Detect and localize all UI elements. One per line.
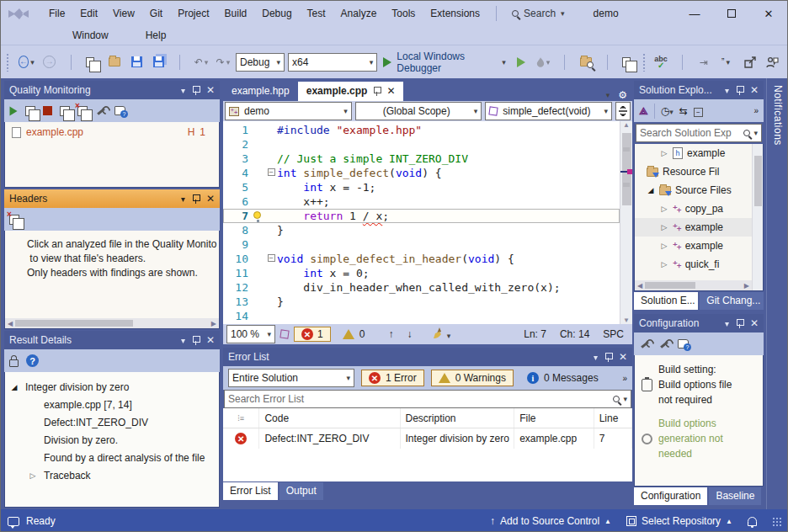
code-line[interactable]: 7 return 1 / x; <box>223 209 620 223</box>
code-line[interactable]: 5 int x = -1; <box>223 180 620 194</box>
warnings-filter-button[interactable]: 0 Warnings <box>431 370 514 386</box>
code-line[interactable]: 6 x++; <box>223 194 620 209</box>
code-line[interactable]: 4−int simple_defect(void) { <box>223 166 620 180</box>
maximize-button[interactable] <box>713 2 750 25</box>
file-column-header[interactable]: File <box>514 408 594 428</box>
member-combo[interactable]: simple_defect(void)▾ <box>485 102 612 120</box>
tree-item-example[interactable]: ▷ ⁺₊ example <box>635 237 763 255</box>
headers-titlebar[interactable]: Headers ▾ ✕ <box>4 189 220 208</box>
code-line[interactable]: 11 int x = 0; <box>223 266 620 280</box>
menu-window[interactable]: Window <box>65 27 116 44</box>
run-analysis-button[interactable] <box>10 106 18 115</box>
error-row[interactable]: ✕ Defect:INT_ZERO_DIV Integer division b… <box>223 428 632 449</box>
next-issue-button[interactable]: ↓ <box>407 328 412 340</box>
severity-column-header[interactable]: ⁞≡ <box>223 408 259 428</box>
sync-with-active-document-button[interactable]: ⇆ <box>679 105 688 117</box>
share-button[interactable] <box>742 52 760 72</box>
menu-debug[interactable]: Debug <box>254 5 299 22</box>
column-indicator[interactable]: Ch: 14 <box>560 328 589 340</box>
start-without-debugging-button[interactable] <box>512 52 530 72</box>
code-line[interactable]: 3// Just a simple INT_ZERO_DIV <box>223 152 620 166</box>
toolbar-overflow-icon[interactable]: » <box>753 106 759 115</box>
pin-icon[interactable] <box>192 194 200 204</box>
tab-notifications[interactable]: Notifications <box>767 78 788 152</box>
settings-button[interactable] <box>95 105 107 117</box>
window-position-menu-icon[interactable]: ▾ <box>181 86 185 95</box>
open-file-button[interactable] <box>105 52 124 72</box>
tree-item-example-header[interactable]: ▷ h example <box>635 144 763 162</box>
space-mode-indicator[interactable]: SPC <box>603 328 624 340</box>
lightbulb-icon[interactable] <box>253 211 261 219</box>
feedback-bubble-icon[interactable] <box>8 517 19 526</box>
tree-item-quick-fix[interactable]: ▷ ⁺₊ quick_fi <box>635 255 763 274</box>
close-icon[interactable]: ✕ <box>386 85 395 97</box>
description-column-header[interactable]: Description <box>401 408 515 428</box>
close-icon[interactable]: ✕ <box>750 317 759 329</box>
error-list-titlebar[interactable]: Error List ▾ ✕ <box>223 348 632 366</box>
code-editor[interactable]: 1#include "example.hpp"23// Just a simpl… <box>223 121 632 324</box>
tab-error-list[interactable]: Error List <box>223 482 278 500</box>
help-book-button[interactable] <box>114 106 125 115</box>
close-icon[interactable]: ✕ <box>206 84 215 96</box>
result-detail-line[interactable]: Defect:INT_ZERO_DIV <box>10 414 214 432</box>
code-line[interactable]: 13} <box>223 295 620 309</box>
bell-icon[interactable] <box>748 517 757 526</box>
split-editor-button[interactable] <box>615 102 631 120</box>
clear-results-button[interactable] <box>77 106 88 116</box>
close-button[interactable]: ✕ <box>750 2 787 25</box>
editor-tab-example-hpp[interactable]: example.hpp <box>223 82 298 101</box>
menu-test[interactable]: Test <box>300 5 333 22</box>
result-detail-line[interactable]: Division by zero. <box>10 432 214 450</box>
redo-button[interactable]: ↷▾ <box>214 52 232 72</box>
editor-warnings-badge[interactable]: 0 <box>336 327 372 342</box>
result-detail-line[interactable]: Found by a direct analysis of the file <box>10 450 214 467</box>
result-detail-line[interactable]: example.cpp [7, 14] <box>10 396 214 414</box>
send-feedback-button[interactable] <box>764 52 782 72</box>
edit-build-settings-button[interactable] <box>639 338 651 350</box>
collapse-icon[interactable]: ◢ <box>10 379 19 396</box>
tree-item-example-selected[interactable]: ▷ ⁺₊ example <box>635 218 763 237</box>
traceback-node[interactable]: ▷ Traceback <box>10 467 214 485</box>
window-position-menu-icon[interactable]: ▾ <box>181 336 185 345</box>
pin-icon[interactable] <box>736 318 743 328</box>
window-position-menu-icon[interactable]: ▾ <box>725 86 729 95</box>
navigate-forward-button[interactable]: → <box>40 52 59 72</box>
undo-button[interactable]: ↶▾ <box>192 52 210 72</box>
fold-marker[interactable]: − <box>265 252 277 266</box>
tab-list-chevron-icon[interactable]: ▾ <box>606 91 610 99</box>
code-line[interactable]: 14 <box>223 309 620 323</box>
code-column-header[interactable]: Code <box>259 408 400 428</box>
switch-views-button[interactable]: ⟁ <box>639 105 648 117</box>
result-root-node[interactable]: ◢ Integer division by zero <box>10 379 214 396</box>
toolbar-grip[interactable] <box>6 53 9 72</box>
tab-output[interactable]: Output <box>280 482 323 500</box>
code-line[interactable]: 12 div_in_header_when_called_with_zero(x… <box>223 280 620 295</box>
clear-headers-button[interactable] <box>9 215 19 225</box>
line-column-header[interactable]: Line <box>594 408 632 428</box>
help-book-button[interactable] <box>678 339 689 348</box>
configure-analysis-button[interactable] <box>658 338 670 350</box>
close-icon[interactable]: ✕ <box>206 334 215 346</box>
tab-baseline[interactable]: Baseline <box>709 487 761 505</box>
pin-icon[interactable] <box>192 335 200 345</box>
code-line[interactable]: 9 <box>223 237 620 252</box>
run-all-button[interactable] <box>25 106 35 116</box>
save-button[interactable] <box>127 52 146 72</box>
spell-check-button[interactable]: abc✓ <box>652 52 670 72</box>
tree-item-source-files[interactable]: ◢ Source Files <box>635 181 763 200</box>
tree-item-copy-paste[interactable]: ▷ ⁺₊ copy_pa <box>635 200 763 218</box>
menu-tools[interactable]: Tools <box>384 5 423 22</box>
prev-issue-button[interactable]: ↑ <box>388 328 393 340</box>
menu-build[interactable]: Build <box>217 5 255 22</box>
close-icon[interactable]: ✕ <box>206 193 215 205</box>
tree-item-resource-files[interactable]: Resource Fil <box>635 162 763 181</box>
select-repository-button[interactable]: Select Repository ▲ <box>626 515 732 527</box>
save-all-button[interactable] <box>149 52 168 72</box>
scope-combo[interactable]: (Global Scope)▾ <box>355 102 482 120</box>
toolbar-overflow-icon[interactable]: » <box>622 374 627 383</box>
project-combo[interactable]: ⁺₊demo▾ <box>225 102 352 120</box>
toolbar-grip[interactable] <box>642 53 646 72</box>
intellisense-icon[interactable] <box>280 329 289 338</box>
horizontal-scrollbar[interactable]: ◀▶ <box>5 318 219 328</box>
tab-solution-explorer[interactable]: Solution E... <box>634 292 698 310</box>
